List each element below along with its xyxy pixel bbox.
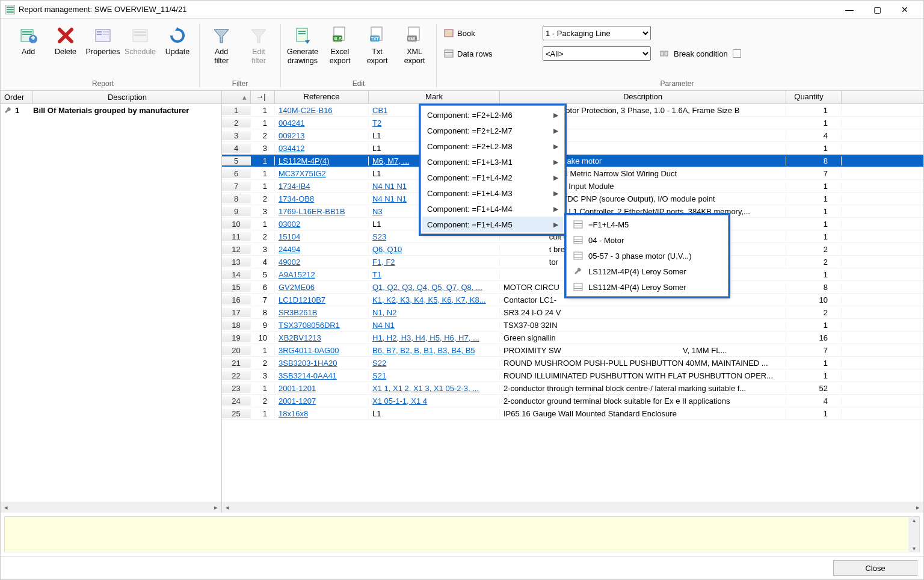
- reference-link[interactable]: 034412: [279, 144, 304, 153]
- mark-link[interactable]: S23: [372, 232, 386, 241]
- status-vscroll[interactable]: ▴▾: [908, 517, 919, 552]
- txt-export-button[interactable]: TXT Txt export: [359, 23, 395, 75]
- mark-link[interactable]: H1, H2, H3, H4, H5, H6, H7, ...: [372, 333, 479, 342]
- close-window-button[interactable]: ✕: [891, 1, 919, 18]
- reference-link[interactable]: 49002: [279, 258, 300, 267]
- left-col-order[interactable]: Order: [1, 91, 33, 103]
- book-select[interactable]: 1 - Packaging Line: [543, 26, 651, 40]
- grid-header-mark[interactable]: Mark: [369, 91, 500, 103]
- mark-link[interactable]: N1, N2: [372, 308, 396, 317]
- table-row[interactable]: 189TSX3708056DR1N4 N1TSX37-08 32IN1: [222, 319, 923, 332]
- grid-header-arrow[interactable]: →|: [251, 91, 275, 103]
- reference-link[interactable]: 18x16x8: [279, 409, 308, 418]
- table-row[interactable]: 51LS112M-4P(4)M6, M7, ... ronous brake m…: [222, 155, 923, 167]
- reference-link[interactable]: 2001-1207: [279, 396, 316, 406]
- reference-link[interactable]: 3RG4011-0AG00: [279, 346, 339, 355]
- context-menu-item[interactable]: Component: =F1+L4-M2▶: [422, 170, 563, 185]
- context-submenu-item[interactable]: 04 - Motor: [568, 232, 727, 248]
- context-submenu-item[interactable]: LS112M-4P(4) Leroy Somer: [568, 279, 727, 295]
- context-menu-item[interactable]: Component: =F2+L2-M6▶: [422, 107, 563, 123]
- table-row[interactable]: 711734-IB4N4 N1 N1 Sink Input Module1: [222, 180, 923, 193]
- table-row[interactable]: 2422001-1207X1 05-1-1, X1 42-conductor g…: [222, 395, 923, 407]
- left-panel-hscroll[interactable]: ◂▸: [1, 502, 221, 513]
- mark-link[interactable]: M6, M7, ...: [372, 156, 409, 165]
- mark-link[interactable]: N4 N1 N1: [372, 194, 407, 203]
- table-row[interactable]: 43034412L1Enclosure1: [222, 142, 923, 155]
- table-row[interactable]: 2312001-1201X1 1, X1 2, X1 3, X1 05-2-3,…: [222, 382, 923, 395]
- table-row[interactable]: 61MC37X75IG2L1 e MC Metric Narrow Slot W…: [222, 167, 923, 180]
- mark-link[interactable]: X1 1, X1 2, X1 3, X1 05-2-3, ...: [372, 384, 479, 393]
- reference-link[interactable]: 004241: [279, 119, 304, 128]
- reference-link[interactable]: SR3B261B: [279, 308, 317, 317]
- reference-link[interactable]: MC37X75IG2: [279, 169, 326, 178]
- left-col-description[interactable]: Description: [33, 91, 221, 103]
- mark-link[interactable]: X1 05-1-1, X1 4: [372, 396, 427, 406]
- mark-link[interactable]: B6, B7, B2, B, B1, B3, B4, B5: [372, 346, 475, 355]
- context-menu-item[interactable]: Component: =F1+L4-M4▶: [422, 201, 563, 217]
- context-menu-item[interactable]: Component: =F1+L3-M1▶: [422, 154, 563, 170]
- context-menu-item[interactable]: Component: =F1+L4-M5▶: [422, 217, 563, 232]
- context-menu-item[interactable]: Component: =F1+L4-M3▶: [422, 185, 563, 201]
- mark-link[interactable]: F1, F2: [372, 258, 395, 267]
- break-condition-checkbox[interactable]: [733, 49, 741, 58]
- table-row[interactable]: 2123SB3203-1HA20S22ROUND MUSHROOM PUSH-P…: [222, 357, 923, 369]
- table-row[interactable]: 2013RG4011-0AG00B6, B7, B2, B, B1, B3, B…: [222, 344, 923, 357]
- mark-link[interactable]: CB1: [372, 106, 387, 115]
- table-row[interactable]: 32009213L1Rail4: [222, 129, 923, 142]
- reference-link[interactable]: GV2ME06: [279, 283, 315, 292]
- xml-export-button[interactable]: XML XML export: [396, 23, 433, 75]
- mark-link[interactable]: T1: [372, 270, 381, 279]
- reference-link[interactable]: 009213: [279, 131, 304, 140]
- maximize-button[interactable]: ▢: [863, 1, 891, 18]
- reference-link[interactable]: 3SB3203-1HA20: [279, 359, 337, 368]
- delete-button[interactable]: Delete: [48, 23, 84, 75]
- grid-header-reference[interactable]: Reference: [275, 91, 369, 103]
- mark-link[interactable]: N4 N1 N1: [372, 182, 407, 191]
- table-row[interactable]: 821734-OB8N4 N1 N1 t 24VDC PNP (source O…: [222, 193, 923, 205]
- table-row[interactable]: 1910XB2BV1213H1, H2, H3, H4, H5, H6, H7,…: [222, 332, 923, 344]
- context-submenu-item[interactable]: 05-57 - 3 phase motor (U,V...): [568, 248, 727, 264]
- minimize-button[interactable]: —: [836, 1, 863, 18]
- reference-link[interactable]: 1769-L16ER-BB1B: [279, 207, 345, 216]
- left-panel-row[interactable]: 1Bill Of Materials grouped by manufactur…: [1, 104, 221, 116]
- generate-drawings-button[interactable]: Generate drawings: [285, 23, 321, 75]
- reference-link[interactable]: A9A15212: [279, 270, 315, 279]
- excel-export-button[interactable]: XLS Excel export: [322, 23, 358, 75]
- grid-header-quantity[interactable]: Quantity: [786, 91, 842, 103]
- reference-link[interactable]: XB2BV1213: [279, 333, 321, 342]
- context-menu-item[interactable]: Component: =F2+L2-M8▶: [422, 138, 563, 154]
- mark-link[interactable]: N3: [372, 207, 383, 216]
- context-submenu[interactable]: =F1+L4-M504 - Motor05-57 - 3 phase motor…: [566, 215, 728, 297]
- context-menu-components[interactable]: Component: =F2+L2-M6▶Component: =F2+L2-M…: [420, 105, 565, 234]
- context-menu-item[interactable]: Component: =F2+L2-M7▶: [422, 123, 563, 138]
- reference-link[interactable]: 24494: [279, 245, 300, 254]
- grid-hscroll[interactable]: ◂▸: [222, 502, 923, 513]
- datarows-select[interactable]: <All>: [543, 46, 651, 61]
- reference-link[interactable]: 1734-IB4: [279, 182, 310, 191]
- reference-link[interactable]: 1734-OB8: [279, 194, 314, 203]
- context-submenu-item[interactable]: LS112M-4P(4) Leroy Somer: [568, 264, 727, 279]
- properties-button[interactable]: Properties: [85, 23, 121, 75]
- reference-link[interactable]: 03002: [279, 220, 300, 229]
- mark-link[interactable]: S22: [372, 359, 386, 368]
- table-row[interactable]: 2233SB3214-0AA41S21ROUND ILLUIMINATED PU…: [222, 369, 923, 382]
- reference-link[interactable]: 15104: [279, 232, 300, 241]
- reference-link[interactable]: LS112M-4P(4): [279, 156, 330, 165]
- add-filter-button[interactable]: Add filter: [203, 23, 239, 75]
- mark-link[interactable]: Q6, Q10: [372, 245, 402, 254]
- reference-link[interactable]: 2001-1201: [279, 384, 316, 393]
- reference-link[interactable]: 3SB3214-0AA41: [279, 371, 337, 380]
- grid-header-description[interactable]: Description: [500, 91, 786, 103]
- add-button[interactable]: Add: [10, 23, 46, 75]
- table-row[interactable]: 11140M-C2E-B16CB1Circuit Breaker, Motor …: [222, 104, 923, 117]
- update-button[interactable]: Update: [159, 23, 196, 75]
- reference-link[interactable]: 140M-C2E-B16: [279, 106, 333, 115]
- grid-corner[interactable]: ▴: [222, 91, 251, 103]
- table-row[interactable]: 178SR3B261BN1, N2SR3 24 I-O 24 V2: [222, 306, 923, 319]
- table-row[interactable]: 21004241T21: [222, 117, 923, 129]
- mark-link[interactable]: K1, K2, K3, K4, K5, K6, K7, K8...: [372, 295, 486, 304]
- table-row[interactable]: 25118x16x8L1IP65 16 Gauge Wall Mounted S…: [222, 407, 923, 420]
- reference-link[interactable]: LC1D1210B7: [279, 295, 325, 304]
- mark-link[interactable]: T2: [372, 119, 381, 128]
- mark-link[interactable]: S21: [372, 371, 386, 380]
